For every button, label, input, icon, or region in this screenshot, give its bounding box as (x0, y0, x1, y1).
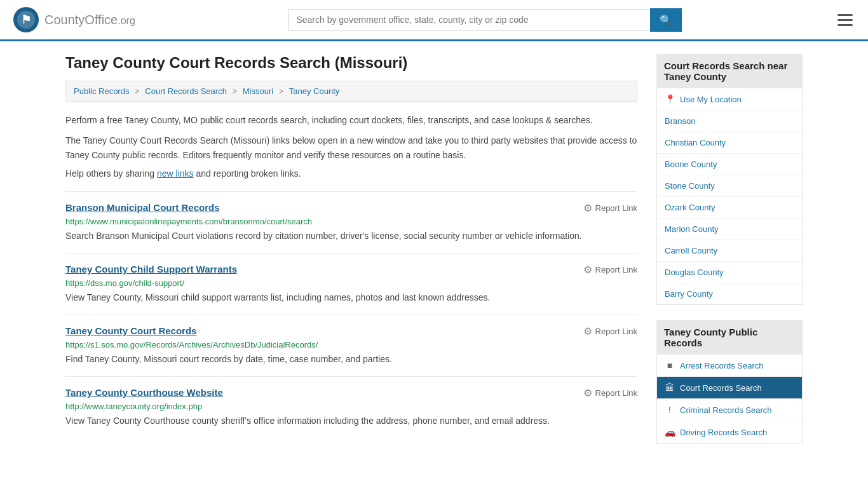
sidebar-item-arrest-records[interactable]: ■ Arrest Records Search (657, 355, 802, 377)
result-header-1: Taney County Child Support Warrants ⚙ Re… (65, 264, 637, 276)
sidebar-item-barry-county[interactable]: Barry County (657, 283, 802, 304)
result-title-3: Taney County Courthouse Website (65, 387, 223, 398)
logo-icon: ⚑ (13, 6, 39, 33)
result-header-3: Taney County Courthouse Website ⚙ Report… (65, 387, 637, 399)
hamburger-line-2 (837, 19, 853, 21)
result-item-3: Taney County Courthouse Website ⚙ Report… (65, 376, 637, 438)
result-url-1: https://dss.mo.gov/child-support/ (65, 278, 637, 288)
logo-name: CountyOffice (44, 13, 118, 27)
report-link-2[interactable]: ⚙ Report Link (583, 325, 637, 337)
court-icon: 🏛 (665, 383, 675, 393)
sidebar-public-records-header: Taney County Public Records (656, 320, 803, 355)
intro-text-1: Perform a free Taney County, MO public c… (65, 113, 637, 127)
sidebar: Court Records Search near Taney County 📍… (656, 54, 803, 459)
sidebar-nearby-section: Court Records Search near Taney County 📍… (656, 54, 803, 305)
logo-suffix: .org (118, 15, 135, 26)
result-title-0: Branson Municipal Court Records (65, 202, 220, 213)
new-links-link[interactable]: new links (157, 168, 194, 179)
report-icon-1: ⚙ (583, 264, 592, 276)
report-icon-3: ⚙ (583, 387, 592, 399)
sidebar-item-marion-county[interactable]: Marion County (657, 219, 802, 240)
result-header-0: Branson Municipal Court Records ⚙ Report… (65, 202, 637, 214)
sidebar-item-stone-county[interactable]: Stone County (657, 175, 802, 197)
result-desc-2: Find Taney County, Missouri court record… (65, 353, 637, 366)
search-button[interactable]: 🔍 (650, 8, 682, 32)
report-icon-2: ⚙ (583, 325, 592, 337)
hamburger-line-3 (837, 24, 853, 26)
result-title-1: Taney County Child Support Warrants (65, 264, 237, 274)
intro-text-2: The Taney County Court Records Search (M… (65, 133, 637, 162)
svg-text:⚑: ⚑ (21, 13, 31, 26)
breadcrumb-court-records[interactable]: Court Records Search (145, 86, 227, 96)
breadcrumb-public-records[interactable]: Public Records (74, 86, 129, 96)
sidebar-public-records-section: Taney County Public Records ■ Arrest Rec… (656, 320, 803, 444)
result-item-0: Branson Municipal Court Records ⚙ Report… (65, 191, 637, 253)
breadcrumb-missouri[interactable]: Missouri (243, 86, 273, 96)
result-desc-0: Search Branson Municipal Court violation… (65, 229, 637, 243)
sidebar-item-use-my-location[interactable]: 📍 Use My Location (657, 88, 802, 111)
result-url-2: https://s1.sos.mo.gov/Records/Archives/A… (65, 340, 637, 349)
result-header-2: Taney County Court Records ⚙ Report Link (65, 325, 637, 337)
site-header: ⚑ CountyOffice.org 🔍 (0, 0, 868, 41)
sidebar-item-criminal-records[interactable]: ! Criminal Records Search (657, 399, 802, 421)
criminal-icon: ! (665, 405, 675, 415)
hamburger-line-1 (837, 14, 853, 16)
breadcrumb: Public Records > Court Records Search > … (65, 81, 637, 102)
sidebar-item-christian-county[interactable]: Christian County (657, 132, 802, 154)
result-desc-1: View Taney County, Missouri child suppor… (65, 291, 637, 304)
sidebar-item-douglas-county[interactable]: Douglas County (657, 262, 802, 283)
search-area: 🔍 (288, 8, 682, 32)
sidebar-item-court-records[interactable]: 🏛 Court Records Search (657, 377, 802, 399)
sidebar-nearby-header: Court Records Search near Taney County (656, 54, 803, 88)
arrest-icon: ■ (665, 360, 675, 370)
result-desc-3: View Taney County Courthouse county sher… (65, 414, 637, 428)
sidebar-item-branson[interactable]: Branson (657, 111, 802, 132)
driving-icon: 🚗 (665, 427, 675, 437)
search-input[interactable] (288, 9, 650, 30)
sidebar-item-ozark-county[interactable]: Ozark County (657, 197, 802, 219)
sidebar-public-records-list: ■ Arrest Records Search 🏛 Court Records … (656, 355, 803, 444)
report-link-0[interactable]: ⚙ Report Link (583, 202, 637, 214)
report-icon-0: ⚙ (583, 202, 592, 214)
new-links-text: Help others by sharing new links and rep… (65, 168, 637, 179)
report-link-1[interactable]: ⚙ Report Link (583, 264, 637, 276)
logo-area: ⚑ CountyOffice.org (13, 6, 135, 33)
page-title: Taney County Court Records Search (Misso… (65, 54, 637, 72)
logo-text: CountyOffice.org (44, 13, 135, 27)
content-area: Taney County Court Records Search (Misso… (65, 54, 637, 459)
sidebar-item-boone-county[interactable]: Boone County (657, 154, 802, 175)
result-url-0: https://www.municipalonlinepayments.com/… (65, 217, 637, 226)
result-url-3: http://www.taneycounty.org/index.php (65, 402, 637, 411)
result-item-1: Taney County Child Support Warrants ⚙ Re… (65, 253, 637, 315)
location-icon: 📍 (665, 94, 675, 104)
menu-button[interactable] (835, 11, 855, 29)
report-link-3[interactable]: ⚙ Report Link (583, 387, 637, 399)
result-title-2: Taney County Court Records (65, 325, 196, 336)
sidebar-item-carroll-county[interactable]: Carroll County (657, 240, 802, 262)
sidebar-item-driving-records[interactable]: 🚗 Driving Records Search (657, 421, 802, 443)
main-container: Taney County Court Records Search (Misso… (53, 41, 815, 471)
breadcrumb-taney-county[interactable]: Taney County (289, 86, 340, 96)
sidebar-nearby-list: 📍 Use My Location Branson Christian Coun… (656, 88, 803, 305)
result-item-2: Taney County Court Records ⚙ Report Link… (65, 315, 637, 376)
